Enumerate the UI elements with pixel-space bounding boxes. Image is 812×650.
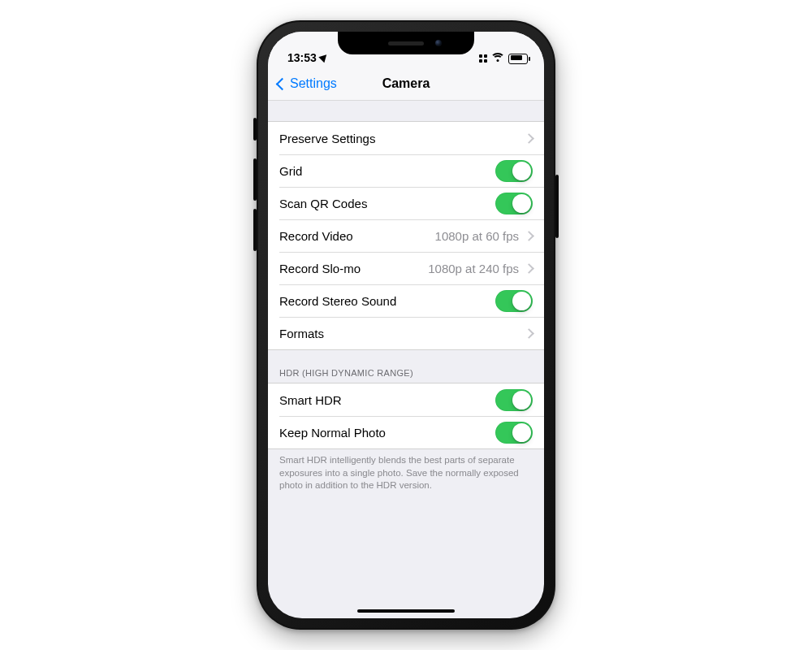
smart-hdr-toggle[interactable] bbox=[495, 389, 533, 411]
row-record-slomo[interactable]: Record Slo-mo 1080p at 240 fps bbox=[268, 252, 544, 284]
screen: 13:53 Settings Camera bbox=[268, 32, 544, 618]
row-smart-hdr[interactable]: Smart HDR bbox=[268, 384, 544, 416]
row-preserve-settings[interactable]: Preserve Settings bbox=[268, 122, 544, 154]
stereo-sound-toggle[interactable] bbox=[495, 290, 533, 312]
earpiece-speaker bbox=[388, 41, 424, 46]
chevron-right-icon bbox=[524, 133, 534, 144]
location-icon bbox=[318, 51, 329, 62]
row-label: Scan QR Codes bbox=[279, 197, 495, 210]
nav-bar: Settings Camera bbox=[268, 67, 544, 101]
row-detail: 1080p at 240 fps bbox=[428, 262, 519, 275]
home-indicator[interactable] bbox=[357, 609, 455, 613]
row-label: Keep Normal Photo bbox=[279, 426, 495, 440]
front-camera bbox=[435, 40, 442, 46]
row-label: Formats bbox=[279, 327, 525, 340]
status-time: 13:53 bbox=[287, 51, 317, 64]
volume-up-button bbox=[253, 158, 257, 201]
row-label: Record Video bbox=[279, 229, 435, 243]
notch bbox=[338, 32, 474, 54]
hdr-section-footer: Smart HDR intelligently blends the best … bbox=[268, 449, 544, 492]
keep-normal-photo-toggle[interactable] bbox=[495, 422, 533, 444]
row-label: Preserve Settings bbox=[279, 132, 525, 145]
row-scan-qr-codes[interactable]: Scan QR Codes bbox=[268, 187, 544, 219]
row-grid[interactable]: Grid bbox=[268, 154, 544, 187]
camera-settings-group: Preserve Settings Grid Scan QR Codes Rec… bbox=[268, 121, 544, 350]
row-label: Record Stereo Sound bbox=[279, 294, 495, 308]
row-label: Grid bbox=[279, 164, 495, 178]
row-detail: 1080p at 60 fps bbox=[435, 229, 519, 243]
scan-qr-toggle[interactable] bbox=[495, 193, 533, 214]
row-label: Record Slo-mo bbox=[279, 262, 428, 275]
volume-down-button bbox=[253, 209, 257, 251]
back-button[interactable]: Settings bbox=[273, 67, 342, 100]
mute-switch bbox=[253, 118, 257, 141]
grid-toggle[interactable] bbox=[495, 160, 533, 182]
chevron-right-icon bbox=[524, 263, 534, 274]
hdr-settings-group: Smart HDR Keep Normal Photo bbox=[268, 383, 544, 449]
back-label: Settings bbox=[290, 76, 337, 91]
row-formats[interactable]: Formats bbox=[268, 317, 544, 349]
row-label: Smart HDR bbox=[279, 393, 495, 407]
chevron-left-icon bbox=[276, 77, 289, 90]
settings-content: Preserve Settings Grid Scan QR Codes Rec… bbox=[268, 97, 544, 618]
hdr-section-header: HDR (HIGH DYNAMIC RANGE) bbox=[268, 350, 544, 383]
phone-frame: 13:53 Settings Camera bbox=[257, 20, 555, 630]
chevron-right-icon bbox=[524, 328, 534, 339]
row-keep-normal-photo[interactable]: Keep Normal Photo bbox=[268, 416, 544, 448]
page-title: Camera bbox=[382, 76, 430, 91]
cellular-icon bbox=[479, 54, 487, 63]
battery-icon bbox=[508, 54, 528, 64]
chevron-right-icon bbox=[524, 231, 534, 241]
row-record-video[interactable]: Record Video 1080p at 60 fps bbox=[268, 219, 544, 252]
wifi-icon bbox=[492, 53, 503, 64]
row-record-stereo-sound[interactable]: Record Stereo Sound bbox=[268, 284, 544, 317]
power-button bbox=[555, 175, 559, 238]
